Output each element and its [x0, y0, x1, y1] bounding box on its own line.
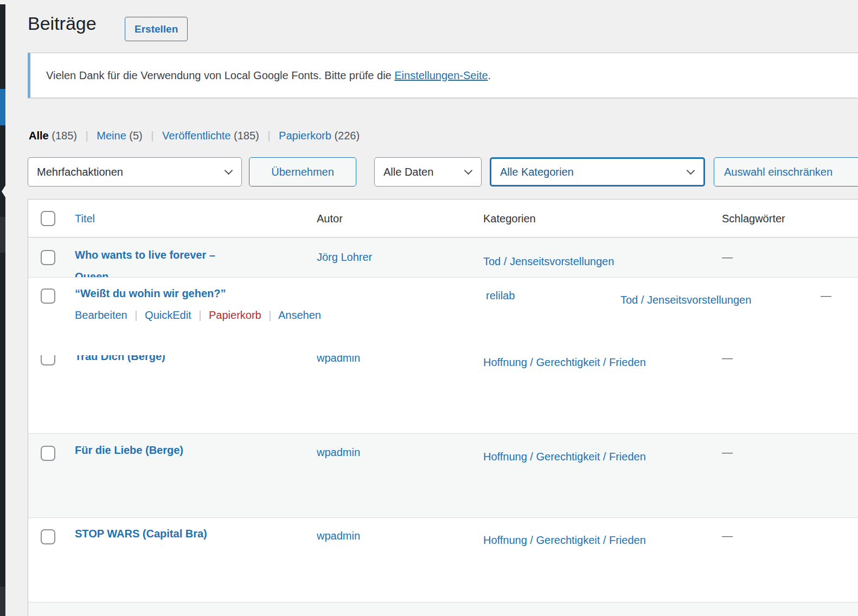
page-title: Beiträge [28, 13, 97, 34]
notice-text: Vielen Dank für die Verwendung von Local… [46, 69, 394, 81]
post-title-link[interactable]: Who wants to live forever – [75, 249, 215, 261]
table-row: Who wants to live forever – Queen Jörg L… [28, 238, 858, 278]
apply-button[interactable]: Übernehmen [249, 157, 356, 187]
separator: | [135, 309, 137, 321]
bulk-actions-select[interactable]: Mehrfachaktionen [28, 157, 242, 187]
post-title-link[interactable]: Trau Dich (Berge) [75, 355, 165, 363]
categories-link[interactable]: Hoffnung / Gerechtigkeit / Frieden [483, 356, 646, 368]
sidebar-active-arrow-icon [2, 185, 5, 197]
tags-empty: — [821, 290, 831, 301]
tags-empty: — [722, 251, 733, 263]
view-published-count: (185) [234, 130, 259, 142]
view-trash-count: (226) [334, 130, 360, 142]
post-title-link[interactable]: STOP WARS (Capital Bra) [75, 528, 207, 540]
categories-link[interactable]: Tod / Jenseitsvorstellungen [483, 255, 614, 267]
author-link[interactable]: wpadmin [317, 355, 360, 364]
separator: | [86, 130, 88, 142]
sidebar-item-highlight-2[interactable] [0, 587, 5, 616]
edit-link[interactable]: Bearbeiten [75, 309, 127, 321]
date-filter-value: Alle Daten [383, 166, 433, 178]
filter-button[interactable]: Auswahl einschränken [714, 157, 858, 187]
tags-empty: — [722, 446, 733, 458]
view-mine[interactable]: Meine [97, 130, 126, 142]
column-header-categories: Kategorien [470, 200, 709, 237]
author-link[interactable]: wpadmin [317, 446, 360, 458]
posts-table: Titel Autor Kategorien Schlagwörter Who … [28, 199, 858, 616]
column-header-title[interactable]: Titel [75, 213, 95, 224]
add-new-post-button[interactable]: Erstellen [125, 17, 188, 41]
sidebar-item-highlight[interactable] [0, 217, 5, 253]
chevron-down-icon [225, 166, 233, 175]
author-link[interactable]: Jörg Lohrer [317, 251, 372, 263]
separator: | [199, 309, 201, 321]
post-title-link[interactable]: “Weißt du wohin wir gehen?” [75, 287, 226, 300]
admin-notice: Vielen Dank für die Verwendung von Local… [28, 53, 858, 98]
tags-empty: — [722, 355, 733, 364]
row-checkbox[interactable] [41, 446, 55, 461]
categories-link[interactable]: Tod / Jenseitsvorstellungen [620, 294, 751, 306]
row-actions: Bearbeiten | QuickEdit | Papierkorb | An… [75, 309, 473, 322]
bulk-actions-value: Mehrfachaktionen [37, 166, 123, 178]
categories-link[interactable]: Hoffnung / Gerechtigkeit / Frieden [483, 534, 646, 546]
table-row: STOP WARS (Capital Bra) wpadmin Hoffnung… [28, 518, 858, 602]
chevron-down-icon [687, 166, 695, 175]
row-checkbox[interactable] [41, 355, 55, 365]
notice-settings-link[interactable]: Einstellungen-Seite [394, 69, 488, 81]
tags-empty: — [722, 530, 733, 542]
separator: | [151, 130, 153, 142]
categories-link[interactable]: Hoffnung / Gerechtigkeit / Frieden [483, 451, 646, 463]
category-filter-value: Alle Kategorien [500, 166, 574, 178]
notice-text-end: . [488, 69, 491, 81]
date-filter-select[interactable]: Alle Daten [374, 157, 482, 187]
chevron-down-icon [464, 166, 473, 175]
view-mine-count: (5) [129, 130, 142, 142]
post-title-link-line2[interactable]: Queen [75, 271, 304, 278]
author-link[interactable]: relilab [486, 290, 515, 301]
apply-button-label: Übernehmen [271, 166, 334, 178]
quick-edit-link[interactable]: QuickEdit [145, 309, 191, 321]
table-row: Für die Liebe (Berge) wpadmin Hoffnung /… [28, 434, 858, 518]
select-all-checkbox[interactable] [41, 211, 55, 226]
row-checkbox[interactable] [41, 250, 55, 265]
view-all[interactable]: Alle [29, 130, 49, 142]
category-filter-select[interactable]: Alle Kategorien [490, 157, 705, 187]
author-link[interactable]: wpadmin [317, 530, 360, 542]
post-view-filters: Alle (185) | Meine (5) | Veröffentlichte… [29, 130, 360, 142]
next-row-stripe [28, 602, 858, 616]
column-header-tags: Schlagwörter [709, 200, 858, 237]
view-all-count: (185) [52, 130, 77, 142]
table-row: Trau Dich (Berge) wpadmin Hoffnung / Ger… [28, 355, 858, 434]
separator: | [268, 309, 271, 321]
row-checkbox[interactable] [41, 529, 55, 544]
row-checkbox[interactable] [41, 288, 55, 304]
table-row: “Weißt du wohin wir gehen?” Bearbeiten |… [28, 278, 858, 355]
post-title-link[interactable]: Für die Liebe (Berge) [75, 444, 183, 457]
wordpress-posts-page: Beiträge Erstellen Vielen Dank für die V… [0, 0, 858, 616]
trash-link[interactable]: Papierkorb [209, 309, 261, 321]
filter-button-label: Auswahl einschränken [724, 166, 833, 178]
separator: | [267, 130, 270, 142]
admin-sidebar-strip[interactable] [0, 4, 5, 616]
table-header-row: Titel Autor Kategorien Schlagwörter [28, 200, 858, 238]
view-published[interactable]: Veröffentlichte [162, 130, 230, 142]
sidebar-active-item[interactable] [0, 89, 5, 125]
view-link[interactable]: Ansehen [278, 309, 321, 321]
column-header-author: Autor [304, 200, 470, 237]
view-trash[interactable]: Papierkorb [279, 130, 331, 142]
